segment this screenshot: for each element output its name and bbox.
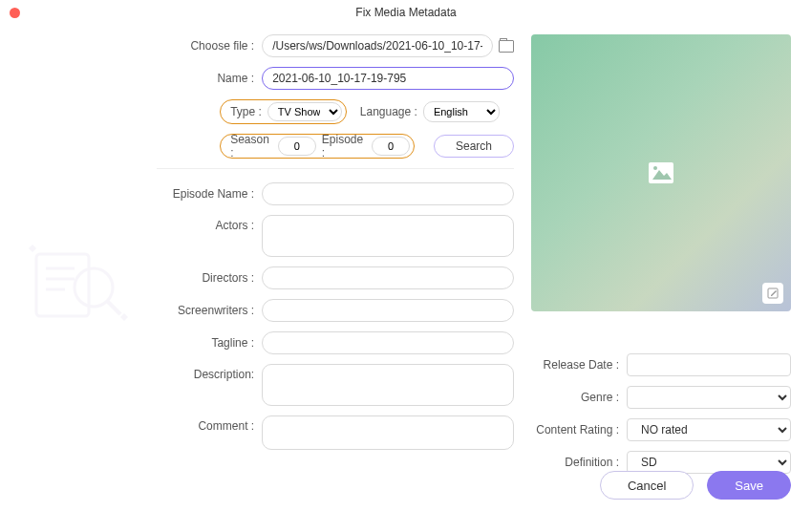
screenwriters-input[interactable] [262, 299, 514, 322]
description-label: Description: [157, 364, 262, 381]
edit-icon [767, 287, 779, 299]
save-button[interactable]: Save [707, 471, 791, 500]
svg-point-8 [653, 166, 657, 170]
language-label: Language : [360, 105, 417, 118]
document-search-icon [27, 245, 132, 330]
edit-poster-button[interactable] [762, 283, 783, 304]
comment-input[interactable] [262, 415, 514, 450]
name-label: Name : [157, 72, 262, 85]
type-select[interactable]: TV Shows [267, 102, 342, 121]
search-button[interactable]: Search [434, 135, 514, 158]
image-placeholder-icon [649, 162, 673, 183]
season-episode-group: Season : Episode : [220, 134, 415, 159]
directors-input[interactable] [262, 266, 514, 289]
file-path-input[interactable] [262, 34, 493, 57]
svg-line-5 [107, 301, 120, 314]
season-input[interactable] [278, 137, 316, 156]
type-label: Type : [230, 105, 262, 118]
screenwriters-label: Screenwriters : [157, 304, 262, 317]
svg-rect-0 [36, 254, 89, 316]
content-rating-label: Content Rating : [531, 423, 627, 436]
episode-input[interactable] [372, 137, 410, 156]
window-controls [10, 8, 20, 18]
type-group: Type : TV Shows [220, 99, 347, 124]
release-date-input[interactable] [627, 353, 791, 376]
cancel-button[interactable]: Cancel [600, 471, 694, 500]
definition-label: Definition : [531, 456, 627, 469]
description-input[interactable] [262, 364, 514, 406]
directors-label: Directors : [157, 271, 262, 285]
poster-preview [531, 34, 791, 311]
choose-file-label: Choose file : [157, 39, 262, 53]
folder-icon[interactable] [499, 40, 514, 53]
titlebar: Fix Media Metadata [0, 0, 812, 25]
actors-input[interactable] [262, 215, 514, 257]
season-label: Season : [230, 133, 272, 160]
comment-label: Comment : [157, 415, 262, 433]
episode-name-input[interactable] [262, 182, 514, 205]
content-rating-select[interactable]: NO rated [627, 418, 791, 441]
actors-label: Actors : [157, 215, 262, 232]
window-title: Fix Media Metadata [10, 6, 802, 19]
close-window-button[interactable] [10, 8, 20, 18]
tagline-input[interactable] [262, 331, 514, 354]
language-select[interactable]: English [423, 101, 500, 122]
genre-select[interactable] [627, 386, 791, 409]
episode-name-label: Episode Name : [157, 187, 262, 201]
genre-label: Genre : [531, 391, 627, 404]
release-date-label: Release Date : [531, 358, 627, 372]
episode-label: Episode : [322, 133, 366, 160]
name-input[interactable] [262, 67, 514, 90]
divider [157, 168, 514, 169]
decorative-sidebar [0, 25, 157, 511]
tagline-label: Tagline : [157, 336, 262, 350]
